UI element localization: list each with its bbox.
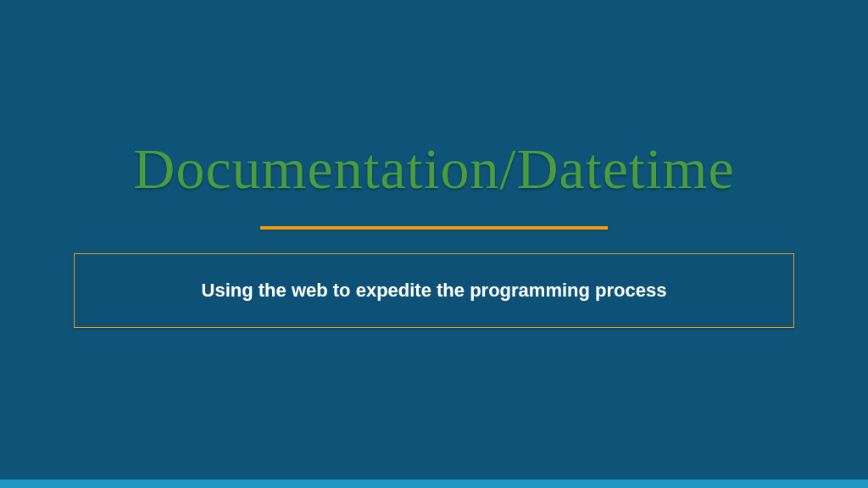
slide-title: Documentation/Datetime — [133, 136, 734, 202]
slide-container: Documentation/Datetime Using the web to … — [0, 0, 868, 488]
slide-subtitle: Using the web to expedite the programmin… — [202, 280, 667, 302]
title-divider — [260, 226, 608, 230]
subtitle-box: Using the web to expedite the programmin… — [74, 253, 794, 328]
bottom-accent-bar — [0, 480, 868, 488]
